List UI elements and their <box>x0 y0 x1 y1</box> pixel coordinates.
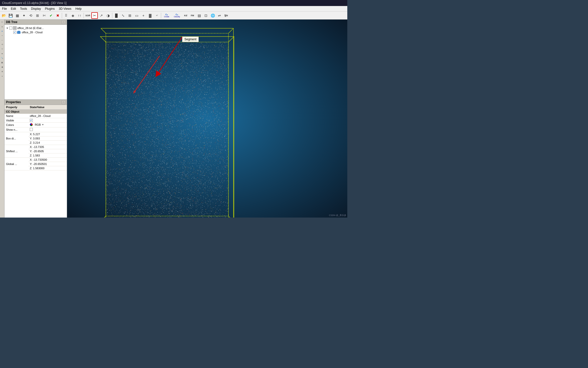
toolbar-filter-btn[interactable]: ◈ <box>70 12 76 19</box>
tree-file-label: office_28.txt (E:/Dat... <box>17 27 44 30</box>
toolbar-count-btn[interactable]: N̲N <box>223 12 229 19</box>
properties-header: Properties □ <box>5 100 67 105</box>
properties-title: Properties <box>6 100 21 104</box>
menu-tools[interactable]: Tools <box>18 7 29 11</box>
prop-group-cc-object: CC Object <box>5 110 67 114</box>
toolbar-polyline-btn[interactable]: ↗ <box>98 12 105 19</box>
db-tree-content: ▼ - ▢ office_28.txt (E:/Dat... ✔ office_… <box>5 25 67 99</box>
prop-colors-arrow[interactable]: ▼ <box>42 123 44 126</box>
tree-cloud-label: office_28 - Cloud <box>22 31 43 34</box>
properties-panel: Properties □ Property State/Value CC Obj… <box>5 100 67 218</box>
toolbar-fit-btn[interactable]: ⤡ <box>120 12 126 19</box>
prop-colors-value: RGB <box>35 123 41 126</box>
toolbar-confirm-btn[interactable]: ✔ <box>48 12 54 19</box>
menu-display[interactable]: Display <box>29 7 43 11</box>
db-tree-header: DB Tree □ <box>5 20 67 25</box>
properties-content: Property State/Value CC Object Name offi… <box>5 105 67 218</box>
menu-3dviews[interactable]: 3D Views <box>57 7 73 11</box>
toolbar-label-btn[interactable]: ◑ <box>105 12 111 19</box>
toolbar-campo-create-btn[interactable]: Cₐ Create <box>162 12 171 19</box>
toolbar-cancel-btn[interactable]: ✖ <box>55 12 61 19</box>
toolbar-segment-btn[interactable]: ✂ <box>91 12 98 19</box>
tree-node-cloud[interactable]: ✔ office_28 - Cloud <box>6 30 66 34</box>
prop-colors-dropdown[interactable]: RGB ▼ <box>30 123 44 126</box>
db-tree-panel: DB Tree □ ▼ - ▢ office_28.txt (E:/Dat... <box>5 20 67 100</box>
toolbar-density-btn[interactable]: ▓ <box>147 12 153 19</box>
tree-node-file[interactable]: ▼ - ▢ office_28.txt (E:/Dat... <box>6 26 66 30</box>
toolbar-barchart-btn[interactable]: ▐▌ <box>113 12 120 19</box>
properties-expand-btn[interactable]: □ <box>62 100 65 104</box>
toolbar-merge-btn[interactable]: ⊞ <box>34 12 41 19</box>
menu-plugins[interactable]: Plugins <box>43 7 57 11</box>
prop-row-name: Name office_28 - Cloud <box>5 114 67 118</box>
toolbar-save-btn[interactable]: 💾 <box>7 12 14 19</box>
toolbar-sor-btn[interactable]: SOR <box>85 12 91 19</box>
toolbar-points-btn[interactable]: ⠿ <box>63 12 69 19</box>
sidebar-icon-13[interactable]: ≡ <box>0 74 4 78</box>
tree-file-icon: ▢ <box>13 26 17 30</box>
watermark: CSDN @_养乐多 <box>329 214 346 217</box>
title-bar: CloudCompare v2.13.alpha [64-bit] - [3D … <box>0 0 347 6</box>
sidebar-icon-4[interactable]: + <box>0 34 4 38</box>
sidebar-icon-2[interactable]: a <box>0 25 4 29</box>
toolbar-db-btn[interactable]: ▦ <box>14 12 21 19</box>
prop-row-shifted-x: Shifted ... X: -13.7335 <box>5 145 67 149</box>
pointcloud-svg <box>67 20 347 218</box>
toolbar-sep-1 <box>62 13 62 18</box>
tree-cloud-icon <box>17 31 21 34</box>
toolbar-campo-classify-btn[interactable]: Cₐ Classify <box>172 12 182 19</box>
sidebar-icon-5[interactable]: ↔ <box>0 38 4 42</box>
toolbar-open-btn[interactable]: 📂 <box>1 12 7 19</box>
sidebar-icon-8[interactable]: ▼ <box>0 52 4 56</box>
db-tree-expand-btn[interactable]: □ <box>62 20 65 24</box>
tree-checkbox-cloud[interactable]: ✔ <box>13 31 16 34</box>
toolbar-slice-btn[interactable]: ⊡ <box>203 12 209 19</box>
toolbar-stats-btn[interactable]: ㎥ <box>154 12 160 19</box>
prop-col-value: State/Value <box>28 105 67 110</box>
prop-shownormals-checkbox[interactable] <box>30 128 33 131</box>
toolbar-addpoint-btn[interactable]: + <box>140 12 147 19</box>
sidebar-icon-12[interactable]: ⊕ <box>0 70 4 74</box>
sidebar-icon-11[interactable]: ◉ <box>0 65 4 69</box>
tree-expand-file[interactable]: ▼ <box>6 27 9 30</box>
toolbar: 📂 💾 ▦ ✦ ⟲ ⊞ ✄ ✔ ✖ ⠿ ◈ ↑↑ SOR ✂ ↗ ◑ ▐▌ ⤡ … <box>0 12 347 20</box>
watermark-text: CSDN @_养乐多 <box>329 214 346 217</box>
toolbar-transform-btn[interactable]: ⟲ <box>28 12 34 19</box>
toolbar-arrows-btn[interactable]: ⇌ <box>216 12 223 19</box>
prop-row-boxdims: Box di... X: 5.227 <box>5 132 67 136</box>
menu-edit[interactable]: Edit <box>9 7 18 11</box>
menu-help[interactable]: Help <box>73 7 84 11</box>
3d-view[interactable]: Segment CSDN @_养乐多 <box>67 20 347 218</box>
prop-row-shownormals: Show n... <box>5 127 67 132</box>
toolbar-plane-btn[interactable]: ▭ <box>133 12 140 19</box>
properties-table: Property State/Value CC Object Name offi… <box>5 105 67 170</box>
left-sidebar: ▢ a ● + ↔ ⟲ ▽ ▼ 🔍 ▦ ◉ ⊕ ≡ <box>0 20 5 218</box>
toolbar-kd-btn[interactable]: Kd <box>182 12 189 19</box>
toolbar-sep-2 <box>84 13 84 18</box>
sidebar-icon-7[interactable]: ▽ <box>0 47 4 51</box>
toolbar-normals-btn[interactable]: ↑↑ <box>76 12 83 19</box>
svg-rect-0 <box>67 20 347 218</box>
toolbar-zoom-btn[interactable]: ⊞ <box>127 12 133 19</box>
app-title: CloudCompare v2.13.alpha [64-bit] - [3D … <box>2 1 67 5</box>
sidebar-icon-1[interactable]: ▢ <box>0 20 4 24</box>
toolbar-fm-btn[interactable]: FM <box>189 12 196 19</box>
db-tree-title: DB Tree <box>6 20 17 24</box>
prop-rgb-dot <box>30 123 33 126</box>
toolbar-pano-btn[interactable]: ▤ <box>196 12 202 19</box>
prop-row-global-x: Global ... X: -13.733500 <box>5 158 67 162</box>
main-layout: ▢ a ● + ↔ ⟲ ▽ ▼ 🔍 ▦ ◉ ⊕ ≡ DB Tree □ ▼ - <box>0 20 347 218</box>
sidebar-icon-10[interactable]: ▦ <box>0 61 4 65</box>
toolbar-scissor-btn[interactable]: ✄ <box>41 12 48 19</box>
tree-checkbox-file[interactable]: - <box>9 27 12 30</box>
toolbar-add-btn[interactable]: ✦ <box>21 12 27 19</box>
sidebar-icon-6[interactable]: ⟲ <box>0 43 4 47</box>
prop-visible-checkbox[interactable]: ✔ <box>30 119 33 122</box>
menu-bar: File Edit Tools Display Plugins 3D Views… <box>0 6 347 12</box>
sidebar-icon-9[interactable]: 🔍 <box>0 56 4 60</box>
prop-row-colors: Colors RGB ▼ <box>5 123 67 127</box>
sidebar-icon-3[interactable]: ● <box>0 29 4 33</box>
menu-file[interactable]: File <box>0 7 9 11</box>
toolbar-globe-btn[interactable]: 🌐 <box>209 12 216 19</box>
prop-col-property: Property <box>5 105 28 110</box>
